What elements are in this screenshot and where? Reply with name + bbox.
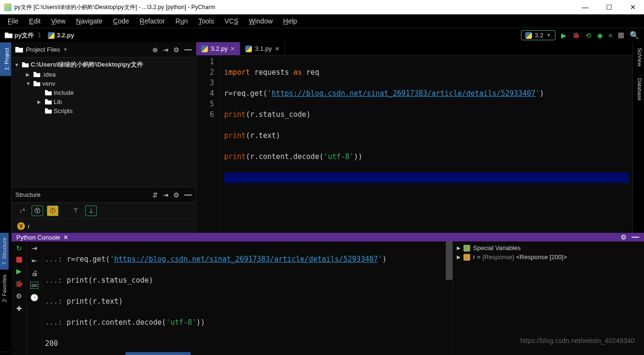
sciview-tool-tab[interactable]: SciView	[633, 42, 644, 72]
console-toolbar-2: ⇥ ⇤ 🖨 oo 🕒	[27, 241, 42, 355]
favorites-tool-tab[interactable]: 2: Favorites	[0, 270, 9, 307]
project-tool-tab[interactable]: 1: Project	[0, 42, 11, 76]
rerun-icon[interactable]: ↻	[16, 244, 22, 252]
debug-button[interactable]: 🐞	[572, 32, 580, 39]
collapse-icon[interactable]: ⇥	[163, 46, 169, 54]
run-config-selector[interactable]: 3.2 ▼	[521, 30, 555, 40]
editor-tabs: 3.2.py ✕ 3.1.py ✕	[196, 42, 633, 56]
menu-edit[interactable]: Edit	[24, 16, 45, 26]
structure-title: Structure	[15, 191, 41, 198]
navigation-bar: py文件 〉 3.2.py 3.2 ▼ ▶ 🐞 ⟲ ◉ ≡ 🔍	[0, 28, 644, 42]
menu-refactor[interactable]: Refactor	[135, 16, 170, 26]
output-icon[interactable]: ⇥	[32, 244, 37, 252]
structure-item-r[interactable]: V r	[11, 219, 196, 233]
close-button[interactable]: ✕	[626, 3, 640, 11]
filter-fields-icon[interactable]: Ⓨ	[32, 206, 43, 216]
hide-panel-icon[interactable]: —	[632, 233, 639, 241]
tree-scripts[interactable]: Scripts	[14, 106, 193, 115]
scrollbar[interactable]	[446, 241, 452, 280]
breadcrumb-file[interactable]: 3.2.py	[56, 32, 74, 39]
expand-icon[interactable]: ▶	[457, 245, 461, 251]
menu-tools[interactable]: Tools	[193, 16, 219, 26]
close-tab-icon[interactable]: ✕	[230, 46, 235, 52]
run-tool-tab[interactable]: ▶4: Run	[0, 352, 37, 355]
hide-panel-icon[interactable]: —	[184, 46, 192, 54]
sort-icon[interactable]: ↓ᴬ	[16, 206, 28, 216]
folder-icon	[34, 81, 40, 86]
hide-panel-icon[interactable]: —	[184, 191, 192, 199]
variable-icon	[463, 254, 470, 261]
search-icon[interactable]: 🔍	[630, 31, 639, 40]
app-icon	[4, 3, 11, 11]
menu-code[interactable]: Code	[108, 16, 134, 26]
expand-icon[interactable]: ▶	[457, 254, 461, 260]
autoscroll-to-icon[interactable]: ⊤	[70, 206, 81, 216]
tree-include[interactable]: Include	[14, 88, 193, 97]
python-file-icon	[48, 32, 55, 39]
stop-button[interactable]	[618, 33, 624, 38]
structure-panel-header: Structure ⇵ ⇥ ⚙ —	[11, 187, 196, 203]
concurrent-button[interactable]: ≡	[609, 32, 612, 39]
code-editor[interactable]: 123 456 import requests as req r=req.get…	[196, 56, 633, 233]
structure-tool-tab[interactable]: 7: Structure	[0, 233, 9, 270]
menu-help[interactable]: Help	[279, 16, 302, 26]
menu-view[interactable]: View	[46, 16, 70, 26]
gear-icon[interactable]: ⚙	[173, 191, 180, 199]
expand-icon[interactable]: ▶	[37, 99, 43, 104]
project-view-selector[interactable]: Project Files	[26, 46, 60, 53]
filter-functions-icon[interactable]: ⓕ	[47, 206, 58, 216]
special-variables-row[interactable]: ▶ Special Variables	[457, 243, 640, 252]
show-vars-icon[interactable]: oo	[30, 282, 38, 289]
tree-venv[interactable]: ▼ venv	[14, 79, 193, 88]
group-icon	[463, 245, 470, 252]
expand-icon[interactable]: ▶	[26, 72, 32, 77]
stop-icon[interactable]	[16, 257, 22, 263]
locate-icon[interactable]: ⊕	[152, 46, 158, 54]
folder-icon	[5, 33, 12, 38]
chevron-down-icon: ▼	[63, 47, 68, 52]
structure-toolbar: ↓ᴬ Ⓨ ⓕ ⊤ ⊥	[11, 203, 196, 219]
menu-run[interactable]: Run	[171, 16, 193, 26]
run-icon[interactable]: ▶	[16, 267, 22, 275]
tree-lib[interactable]: ▶ Lib	[14, 97, 193, 106]
close-tab-icon[interactable]: ✕	[275, 46, 280, 52]
collapse-all-icon[interactable]: ⇥	[163, 191, 169, 199]
menu-bar: File Edit View Navigate Code Refactor Ru…	[0, 14, 644, 28]
close-console-icon[interactable]: ✕	[63, 234, 68, 241]
coverage-button[interactable]: ⟲	[586, 32, 591, 39]
gear-icon[interactable]: ⚙	[621, 233, 627, 241]
tab-3-2-py[interactable]: 3.2.py ✕	[196, 42, 240, 55]
line-gutter: 123 456	[196, 56, 220, 233]
autoscroll-from-icon[interactable]: ⊥	[85, 206, 97, 216]
minimize-button[interactable]: —	[578, 3, 592, 11]
expand-icon[interactable]: ▼	[14, 62, 20, 68]
menu-file[interactable]: File	[3, 16, 23, 26]
chevron-down-icon: ▼	[546, 33, 551, 38]
history-icon[interactable]: 🕒	[30, 294, 38, 301]
menu-navigate[interactable]: Navigate	[71, 16, 107, 26]
run-button[interactable]: ▶	[561, 32, 566, 39]
database-tool-tab[interactable]: Database	[633, 72, 644, 106]
import-icon[interactable]: ⇤	[32, 257, 37, 264]
print-icon[interactable]: 🖨	[31, 269, 38, 277]
console-output[interactable]: ...: r=req.get('https://blog.csdn.net/si…	[42, 241, 452, 355]
debug-icon[interactable]: 🐞	[15, 280, 23, 287]
maximize-button[interactable]: ☐	[602, 3, 616, 11]
new-console-icon[interactable]: ✚	[16, 305, 22, 312]
profile-button[interactable]: ◉	[597, 32, 603, 39]
breadcrumb-root[interactable]: py文件	[14, 31, 34, 40]
tree-idea[interactable]: ▶ .idea	[14, 70, 193, 79]
menu-window[interactable]: Window	[244, 16, 278, 26]
console-toolbar-1: ↻ ▶ 🐞 ⚙ ✚	[11, 241, 27, 355]
variable-r-row[interactable]: ▶ r = {Response} <Response [200]>	[457, 252, 640, 262]
tab-3-1-py[interactable]: 3.1.py ✕	[240, 42, 284, 55]
expand-all-icon[interactable]: ⇵	[152, 191, 158, 199]
python-icon	[525, 32, 532, 39]
gear-icon[interactable]: ⚙	[173, 46, 180, 54]
menu-vcs[interactable]: VCS	[220, 16, 243, 26]
settings-icon[interactable]: ⚙	[16, 292, 22, 300]
expand-icon[interactable]: ▼	[26, 81, 32, 86]
project-panel-header: Project Files ▼ ⊕ ⇥ ⚙ —	[11, 42, 196, 57]
folder-icon	[45, 90, 52, 95]
tree-root[interactable]: ▼ C:\Users\绿绿的小蚂蚱\Desktop\py文件	[14, 59, 193, 70]
